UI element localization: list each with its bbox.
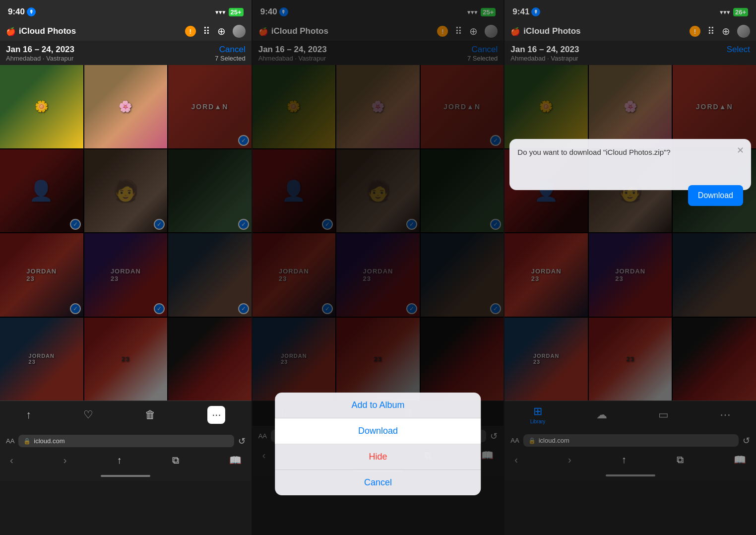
selected-count-1: 7 Selected (215, 55, 245, 62)
battery-1: 25+ (229, 8, 244, 16)
avatar-1[interactable] (233, 25, 246, 38)
check-badge-1-9: ✓ (238, 303, 249, 314)
photo-content-1-2: 🌸 (84, 65, 168, 148)
photo-cell-1-12[interactable] (168, 318, 252, 401)
forward-btn-1: › (63, 455, 67, 466)
nav-bar-1: 🍎 iCloud Photos ! ⠿ ⊕ (0, 22, 252, 41)
home-bar-1 (101, 475, 150, 477)
overlay-3 (504, 0, 756, 535)
check-badge-1-3: ✓ (238, 135, 249, 146)
photo-content-1-8: JORDAN23 (84, 233, 168, 317)
photo-content-1-3: JORD▲N (168, 65, 252, 148)
photo-content-1-5: 🧑 (84, 149, 168, 233)
cancel-action-btn[interactable]: Cancel (275, 470, 481, 495)
apple-icon-1: 🍎 (6, 27, 16, 36)
photo-cell-1-4[interactable]: 👤 ✓ (0, 149, 83, 233)
status-time-1: 9:40 🎙 (8, 7, 36, 17)
url-bar-1[interactable]: 🔒 icloud.com (18, 435, 234, 447)
photo-content-1-10: JORDAN23 (0, 318, 83, 401)
browser-nav-1: ‹ › ↑ ⧉ 📖 (0, 451, 252, 471)
add-to-album-btn[interactable]: Add to Album (275, 393, 481, 418)
phone-screen-3: 9:41 🎙 ▾▾▾ 26+ 🍎 iCloud Photos ! ⠿ ⊕ Jan… (504, 0, 756, 535)
photo-cell-1-6[interactable]: ✓ (168, 149, 252, 233)
time-display-1: 9:40 (8, 7, 25, 17)
nav-title-1: 🍎 iCloud Photos (6, 26, 76, 36)
album-header-1: Jan 16 – 24, 2023 Ahmedabad · Vastrapur … (0, 41, 252, 65)
photo-cell-1-7[interactable]: JORDAN23 ✓ (0, 233, 83, 317)
dialog-download-btn-3[interactable]: Download (688, 185, 743, 206)
photo-cell-1-1[interactable]: 🌼 (0, 65, 83, 148)
nav-title-text-1: iCloud Photos (19, 26, 76, 36)
browser-bar-1: AA 🔒 icloud.com ↺ (0, 431, 252, 451)
photo-cell-1-5[interactable]: 🧑 ✓ (84, 149, 168, 233)
album-date-1: Jan 16 – 24, 2023 (6, 45, 74, 55)
bottom-toolbar-1: ↑ ♡ 🗑 ··· (0, 401, 252, 431)
home-indicator-1 (0, 471, 252, 481)
grid-icon-1[interactable]: ⠿ (203, 25, 210, 37)
photo-cell-1-2[interactable]: 🌸 (84, 65, 168, 148)
download-dialog-3: Do you want to download "iCloud Photos.z… (509, 139, 751, 190)
check-badge-1-4: ✓ (70, 219, 81, 230)
back-btn-1[interactable]: ‹ (10, 455, 13, 466)
photo-cell-1-11[interactable]: 23 (84, 318, 168, 401)
check-badge-1-8: ✓ (154, 303, 165, 314)
check-badge-1-7: ✓ (70, 303, 81, 314)
trash-btn-1[interactable]: 🗑 (145, 408, 156, 421)
more-btn-1[interactable]: ··· (207, 406, 225, 424)
action-sheet-2: Add to Album Download Hide Cancel (275, 393, 481, 495)
alert-icon-1[interactable]: ! (185, 26, 196, 37)
album-location-1: Ahmedabad · Vastrapur (6, 55, 74, 62)
photo-cell-1-8[interactable]: JORDAN23 ✓ (84, 233, 168, 317)
phone-screen-1: 9:40 🎙 ▾▾▾ 25+ 🍎 iCloud Photos ! ⠿ ⊕ Jan… (0, 0, 252, 535)
add-icon-1[interactable]: ⊕ (217, 25, 226, 37)
photo-cell-1-9[interactable]: ✓ (168, 233, 252, 317)
heart-btn-1[interactable]: ♡ (83, 408, 93, 421)
photo-cell-1-3[interactable]: JORD▲N ✓ (168, 65, 252, 148)
url-text-1: icloud.com (34, 437, 64, 445)
bookmarks-btn-1[interactable]: 📖 (229, 454, 242, 466)
phone-screen-2: 9:40 🎙 ▾▾▾ 25+ 🍎 iCloud Photos ! ⠿ ⊕ Jan… (252, 0, 504, 535)
download-action-btn[interactable]: Download (275, 418, 481, 444)
photo-content-1-11: 23 (84, 318, 168, 401)
reload-btn-1[interactable]: ↺ (238, 436, 246, 447)
dialog-close-btn-3[interactable]: ✕ (737, 145, 744, 156)
photo-content-1-7: JORDAN23 (0, 233, 83, 317)
aa-text-1[interactable]: AA (6, 437, 14, 445)
share-btn-1[interactable]: ↑ (26, 408, 31, 421)
status-icons-1: ▾▾▾ 25+ (215, 8, 244, 16)
photo-cell-1-10[interactable]: JORDAN23 (0, 318, 83, 401)
cancel-btn-1[interactable]: Cancel (215, 45, 245, 55)
check-badge-1-6: ✓ (238, 219, 249, 230)
tabs-btn-1[interactable]: ⧉ (172, 455, 179, 466)
photo-content-1-1: 🌼 (0, 65, 83, 148)
nav-actions-1: ! ⠿ ⊕ (185, 25, 246, 38)
dialog-message-3: Do you want to download "iCloud Photos.z… (517, 147, 743, 157)
wifi-icon-1: ▾▾▾ (215, 8, 226, 16)
lock-icon-1: 🔒 (23, 438, 31, 445)
status-bar-1: 9:40 🎙 ▾▾▾ 25+ (0, 0, 252, 22)
photo-content-1-4: 👤 (0, 149, 83, 233)
browser-share-btn-1[interactable]: ↑ (117, 455, 122, 466)
photo-grid-1: 🌼 🌸 JORD▲N ✓ 👤 ✓ 🧑 ✓ ✓ JORDAN23 ✓ JORDAN… (0, 65, 252, 401)
mic-icon-1: 🎙 (27, 7, 36, 16)
hide-action-btn[interactable]: Hide (275, 444, 481, 470)
